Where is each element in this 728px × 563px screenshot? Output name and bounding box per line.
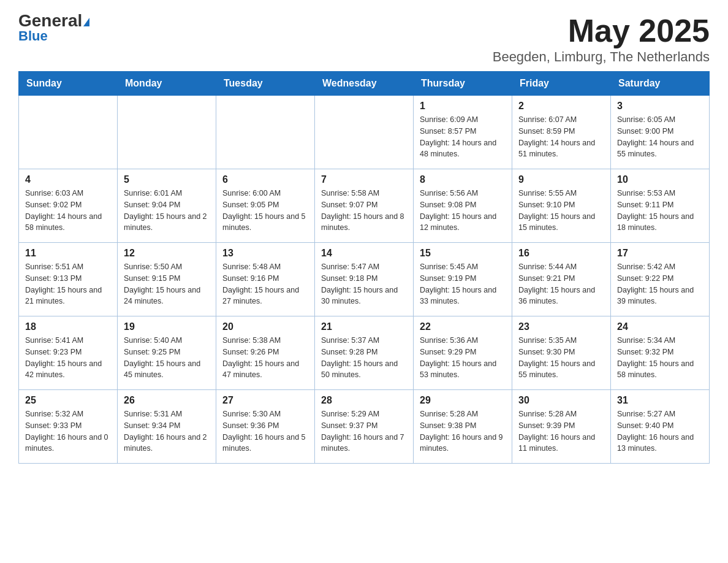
table-row: 22Sunrise: 5:36 AM Sunset: 9:29 PM Dayli… [414, 316, 512, 390]
table-row: 9Sunrise: 5:55 AM Sunset: 9:10 PM Daylig… [512, 169, 611, 243]
day-info: Sunrise: 5:30 AM Sunset: 9:36 PM Dayligh… [222, 408, 308, 454]
day-number: 31 [617, 395, 703, 406]
day-info: Sunrise: 5:51 AM Sunset: 9:13 PM Dayligh… [25, 261, 111, 307]
day-number: 5 [124, 174, 210, 185]
day-info: Sunrise: 6:01 AM Sunset: 9:04 PM Dayligh… [124, 188, 210, 234]
col-monday: Monday [118, 72, 216, 96]
table-row: 16Sunrise: 5:44 AM Sunset: 9:21 PM Dayli… [512, 243, 611, 316]
calendar-week-row: 11Sunrise: 5:51 AM Sunset: 9:13 PM Dayli… [19, 243, 710, 316]
day-number: 2 [518, 101, 604, 112]
col-friday: Friday [512, 72, 611, 96]
logo-blue: Blue [18, 28, 48, 44]
calendar-week-row: 18Sunrise: 5:41 AM Sunset: 9:23 PM Dayli… [19, 316, 710, 390]
day-info: Sunrise: 5:41 AM Sunset: 9:23 PM Dayligh… [25, 335, 111, 381]
day-number: 11 [25, 248, 111, 259]
day-number: 24 [617, 321, 703, 332]
table-row: 10Sunrise: 5:53 AM Sunset: 9:11 PM Dayli… [611, 169, 710, 243]
day-number: 15 [420, 248, 506, 259]
table-row: 21Sunrise: 5:37 AM Sunset: 9:28 PM Dayli… [315, 316, 414, 390]
day-info: Sunrise: 5:28 AM Sunset: 9:39 PM Dayligh… [518, 408, 604, 454]
day-info: Sunrise: 5:27 AM Sunset: 9:40 PM Dayligh… [617, 408, 703, 454]
calendar-week-row: 1Sunrise: 6:09 AM Sunset: 8:57 PM Daylig… [19, 96, 710, 169]
day-number: 28 [321, 395, 407, 406]
logo-general: General [18, 12, 89, 29]
day-number: 1 [420, 101, 506, 112]
day-number: 9 [518, 174, 604, 185]
day-number: 14 [321, 248, 407, 259]
day-number: 23 [518, 321, 604, 332]
logo: General Blue [18, 12, 89, 44]
calendar-subtitle: Beegden, Limburg, The Netherlands [493, 49, 710, 65]
day-info: Sunrise: 5:37 AM Sunset: 9:28 PM Dayligh… [321, 335, 407, 381]
table-row: 31Sunrise: 5:27 AM Sunset: 9:40 PM Dayli… [611, 390, 710, 464]
table-row [19, 96, 118, 169]
table-row: 17Sunrise: 5:42 AM Sunset: 9:22 PM Dayli… [611, 243, 710, 316]
day-number: 16 [518, 248, 604, 259]
day-number: 22 [420, 321, 506, 332]
table-row: 11Sunrise: 5:51 AM Sunset: 9:13 PM Dayli… [19, 243, 118, 316]
calendar-week-row: 25Sunrise: 5:32 AM Sunset: 9:33 PM Dayli… [19, 390, 710, 464]
calendar-week-row: 4Sunrise: 6:03 AM Sunset: 9:02 PM Daylig… [19, 169, 710, 243]
table-row: 23Sunrise: 5:35 AM Sunset: 9:30 PM Dayli… [512, 316, 611, 390]
day-info: Sunrise: 5:56 AM Sunset: 9:08 PM Dayligh… [420, 188, 506, 234]
table-row: 3Sunrise: 6:05 AM Sunset: 9:00 PM Daylig… [611, 96, 710, 169]
day-info: Sunrise: 5:53 AM Sunset: 9:11 PM Dayligh… [617, 188, 703, 234]
day-info: Sunrise: 6:00 AM Sunset: 9:05 PM Dayligh… [222, 188, 308, 234]
day-number: 20 [222, 321, 308, 332]
table-row [216, 96, 315, 169]
day-number: 10 [617, 174, 703, 185]
day-info: Sunrise: 5:44 AM Sunset: 9:21 PM Dayligh… [518, 261, 604, 307]
day-number: 6 [222, 174, 308, 185]
day-number: 27 [222, 395, 308, 406]
day-number: 3 [617, 101, 703, 112]
day-info: Sunrise: 6:03 AM Sunset: 9:02 PM Dayligh… [25, 188, 111, 234]
table-row: 7Sunrise: 5:58 AM Sunset: 9:07 PM Daylig… [315, 169, 414, 243]
day-info: Sunrise: 5:45 AM Sunset: 9:19 PM Dayligh… [420, 261, 506, 307]
day-info: Sunrise: 5:31 AM Sunset: 9:34 PM Dayligh… [124, 408, 210, 454]
day-info: Sunrise: 6:05 AM Sunset: 9:00 PM Dayligh… [617, 114, 703, 160]
table-row: 4Sunrise: 6:03 AM Sunset: 9:02 PM Daylig… [19, 169, 118, 243]
day-info: Sunrise: 5:47 AM Sunset: 9:18 PM Dayligh… [321, 261, 407, 307]
day-number: 19 [124, 321, 210, 332]
table-row: 29Sunrise: 5:28 AM Sunset: 9:38 PM Dayli… [414, 390, 512, 464]
day-number: 12 [124, 248, 210, 259]
col-thursday: Thursday [414, 72, 512, 96]
table-row: 8Sunrise: 5:56 AM Sunset: 9:08 PM Daylig… [414, 169, 512, 243]
day-info: Sunrise: 5:50 AM Sunset: 9:15 PM Dayligh… [124, 261, 210, 307]
table-row: 28Sunrise: 5:29 AM Sunset: 9:37 PM Dayli… [315, 390, 414, 464]
table-row: 2Sunrise: 6:07 AM Sunset: 8:59 PM Daylig… [512, 96, 611, 169]
day-info: Sunrise: 5:32 AM Sunset: 9:33 PM Dayligh… [25, 408, 111, 454]
day-number: 13 [222, 248, 308, 259]
day-number: 30 [518, 395, 604, 406]
day-number: 26 [124, 395, 210, 406]
day-info: Sunrise: 5:29 AM Sunset: 9:37 PM Dayligh… [321, 408, 407, 454]
table-row: 27Sunrise: 5:30 AM Sunset: 9:36 PM Dayli… [216, 390, 315, 464]
day-info: Sunrise: 5:34 AM Sunset: 9:32 PM Dayligh… [617, 335, 703, 381]
day-number: 7 [321, 174, 407, 185]
day-info: Sunrise: 5:36 AM Sunset: 9:29 PM Dayligh… [420, 335, 506, 381]
logo-triangle-icon [83, 18, 89, 26]
day-info: Sunrise: 6:09 AM Sunset: 8:57 PM Dayligh… [420, 114, 506, 160]
table-row: 6Sunrise: 6:00 AM Sunset: 9:05 PM Daylig… [216, 169, 315, 243]
day-number: 4 [25, 174, 111, 185]
table-row: 14Sunrise: 5:47 AM Sunset: 9:18 PM Dayli… [315, 243, 414, 316]
table-row: 30Sunrise: 5:28 AM Sunset: 9:39 PM Dayli… [512, 390, 611, 464]
calendar-header-row: Sunday Monday Tuesday Wednesday Thursday… [19, 72, 710, 96]
table-row: 1Sunrise: 6:09 AM Sunset: 8:57 PM Daylig… [414, 96, 512, 169]
table-row: 12Sunrise: 5:50 AM Sunset: 9:15 PM Dayli… [118, 243, 216, 316]
title-block: May 2025 Beegden, Limburg, The Netherlan… [493, 12, 710, 65]
table-row [315, 96, 414, 169]
table-row: 25Sunrise: 5:32 AM Sunset: 9:33 PM Dayli… [19, 390, 118, 464]
col-tuesday: Tuesday [216, 72, 315, 96]
col-wednesday: Wednesday [315, 72, 414, 96]
col-saturday: Saturday [611, 72, 710, 96]
calendar-table: Sunday Monday Tuesday Wednesday Thursday… [18, 71, 710, 464]
day-info: Sunrise: 5:28 AM Sunset: 9:38 PM Dayligh… [420, 408, 506, 454]
day-info: Sunrise: 5:35 AM Sunset: 9:30 PM Dayligh… [518, 335, 604, 381]
day-info: Sunrise: 5:55 AM Sunset: 9:10 PM Dayligh… [518, 188, 604, 234]
day-number: 21 [321, 321, 407, 332]
day-number: 18 [25, 321, 111, 332]
page-header: General Blue May 2025 Beegden, Limburg, … [18, 12, 710, 65]
table-row: 15Sunrise: 5:45 AM Sunset: 9:19 PM Dayli… [414, 243, 512, 316]
table-row: 20Sunrise: 5:38 AM Sunset: 9:26 PM Dayli… [216, 316, 315, 390]
